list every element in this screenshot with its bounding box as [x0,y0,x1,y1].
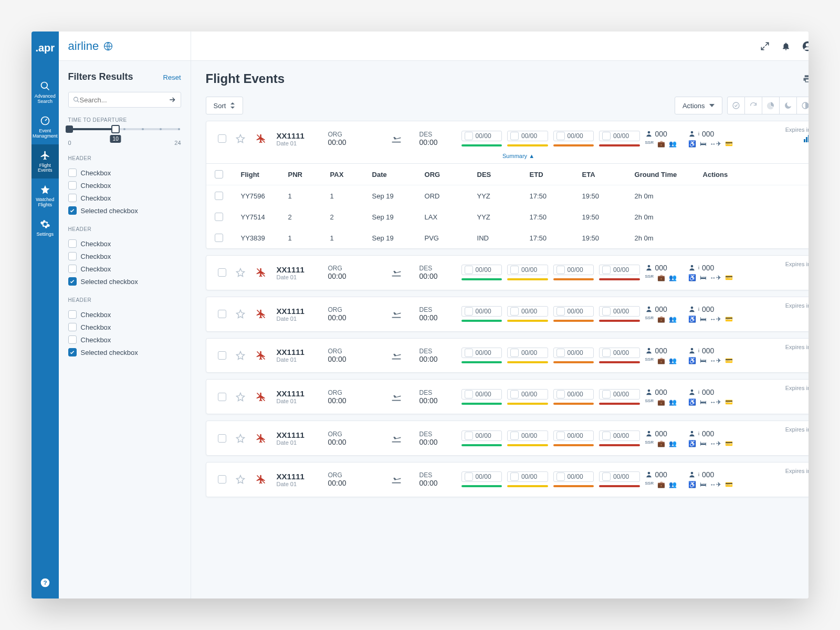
status-bar-orange[interactable]: 00/00 [553,348,594,363]
status-bar-orange[interactable]: 00/00 [553,389,594,405]
status-bar-yellow[interactable]: 00/00 [507,265,548,280]
status-bar-green[interactable]: 00/00 [461,131,502,146]
status-bar-red[interactable]: 00/00 [599,306,640,322]
toggle-moon-icon[interactable] [779,97,797,114]
status-bar-yellow[interactable]: 00/00 [507,430,548,446]
filter-checkbox-row[interactable]: Checkbox [68,237,181,250]
sort-button[interactable]: Sort [206,97,244,114]
row-checkbox[interactable] [215,234,223,242]
star-icon[interactable] [236,475,250,484]
actions-dropdown[interactable]: Actions [675,97,722,114]
row-checkbox[interactable] [218,475,226,484]
print-button[interactable]: Print [803,74,808,83]
row-checkbox[interactable] [218,134,226,143]
status-bar-yellow[interactable]: 00/00 [507,471,548,487]
row-checkbox[interactable] [218,393,226,401]
status-bar-yellow[interactable]: 00/00 [507,131,548,146]
toggle-pie-icon[interactable] [762,97,780,114]
filter-checkbox-row[interactable]: Checkbox [68,262,181,275]
status-bar-green[interactable]: 00/00 [461,389,502,405]
filter-checkbox-row[interactable]: Checkbox [68,250,181,262]
table-row[interactable]: YY383911Sep 19PVGIND17:5019:502h 0m [206,227,808,248]
event-card: XX1111Date 01 ORG00:00 DES00:00 00/0000/… [206,255,808,290]
status-bar-green[interactable]: 00/00 [461,348,502,363]
status-bar-red[interactable]: 00/00 [599,430,640,446]
help-button[interactable]: ? [40,578,50,588]
des-time: 00:00 [419,313,456,322]
time-slider[interactable]: 10 0 24 [68,128,181,146]
table-row[interactable]: YY759611Sep 19ORDYYZ17:5019:502h 0m [206,185,808,206]
filter-checkbox-row[interactable]: Checkbox [68,308,181,321]
reset-button[interactable]: Reset [163,74,181,81]
col-header: Ground Time [635,171,703,178]
pax-count: 000 [702,470,714,479]
plane-icon [39,150,51,161]
star-icon[interactable] [236,309,250,319]
star-icon[interactable] [236,392,250,402]
status-bar-yellow[interactable]: 00/00 [507,348,548,363]
status-bar-orange[interactable]: 00/00 [553,471,594,487]
star-icon[interactable] [236,134,250,143]
svg-point-45 [647,472,650,475]
status-bar-red[interactable]: 00/00 [599,131,640,146]
des-time: 00:00 [419,355,456,363]
row-checkbox[interactable] [218,351,226,360]
expand-icon[interactable] [760,41,770,51]
filter-checkbox-row[interactable]: Selected checkbox [68,204,181,217]
status-bar-green[interactable]: 00/00 [461,306,502,322]
nav-advanced-search[interactable]: Advanced Search [32,75,59,110]
status-bar-red[interactable]: 00/00 [599,348,640,363]
status-bar-orange[interactable]: 00/00 [553,265,594,280]
nav-event-management[interactable]: Event Managment [32,110,59,144]
equalizer-icon[interactable] [804,135,808,142]
group-icon: 👥 [669,440,677,447]
status-bar-red[interactable]: 00/00 [599,265,640,280]
row-checkbox[interactable] [218,310,226,318]
table-row[interactable]: YY751422Sep 19LAXYYZ17:5019:502h 0m [206,206,808,227]
star-icon[interactable] [236,351,250,360]
filter-checkbox-row[interactable]: Selected checkbox [68,346,181,359]
summary-toggle[interactable]: Summary ▲ [206,153,808,163]
nav-watched-flights[interactable]: Watched Flights [32,178,59,213]
event-card: XX1111Date 01 ORG00:00 DES00:00 00/0000/… [206,421,808,456]
status-bar-red[interactable]: 00/00 [599,471,640,487]
checkbox-icon [68,335,77,344]
group-icon: 👥 [669,398,677,406]
user-icon[interactable] [802,41,808,51]
toggle-check-icon[interactable] [727,97,745,114]
star-icon[interactable] [236,268,250,277]
status-bar-yellow[interactable]: 00/00 [507,389,548,405]
arrow-right-icon[interactable] [168,96,176,104]
status-bar-yellow[interactable]: 00/00 [507,306,548,322]
row-checkbox[interactable] [215,192,223,200]
pax-count: 000 [702,305,714,313]
status-bar-green[interactable]: 00/00 [461,430,502,446]
col-header: PAX [330,171,372,178]
bell-icon[interactable] [781,41,791,51]
filter-checkbox-row[interactable]: Checkbox [68,166,181,179]
status-bar-red[interactable]: 00/00 [599,389,640,405]
status-bar-green[interactable]: 00/00 [461,265,502,280]
row-checkbox[interactable] [218,434,226,443]
filter-checkbox-row[interactable]: Checkbox [68,179,181,192]
star-icon[interactable] [236,434,250,443]
row-checkbox[interactable] [218,268,226,277]
nav-flight-events[interactable]: Flight Events [32,144,59,179]
header-checkbox[interactable] [215,170,223,178]
status-bar-orange[interactable]: 00/00 [553,306,594,322]
nav-settings[interactable]: Settings [32,213,59,243]
filter-checkbox-row[interactable]: Checkbox [68,321,181,333]
toggle-refresh-icon[interactable] [744,97,762,114]
filter-checkbox-row[interactable]: Selected checkbox [68,275,181,288]
status-bar-green[interactable]: 00/00 [461,471,502,487]
bed-icon: 🛏 [700,274,706,281]
filters-search[interactable] [68,92,181,108]
filter-checkbox-row[interactable]: Checkbox [68,333,181,346]
page-title: Flight Events [206,71,285,86]
filter-checkbox-row[interactable]: Checkbox [68,192,181,204]
status-bar-orange[interactable]: 00/00 [553,430,594,446]
status-bar-orange[interactable]: 00/00 [553,131,594,146]
row-checkbox[interactable] [215,213,223,221]
toggle-contrast-icon[interactable] [796,97,808,114]
search-input[interactable] [80,96,168,104]
